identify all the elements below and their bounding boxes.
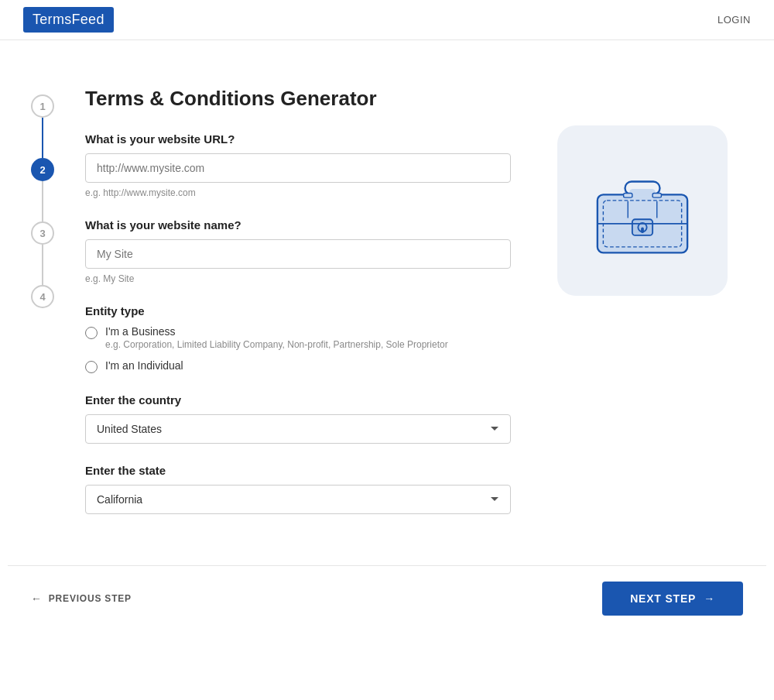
entity-business-radio[interactable] (85, 327, 98, 339)
entity-business-hint: e.g. Corporation, Limited Liability Comp… (105, 339, 448, 350)
svg-rect-8 (641, 228, 644, 234)
country-section: Enter the country United States Canada U… (85, 393, 511, 444)
country-label: Enter the country (85, 393, 511, 407)
logo-text: TermsFeed (33, 12, 104, 27)
page-title: Terms & Conditions Generator (85, 87, 511, 111)
step-line-2-3 (42, 181, 43, 221)
entity-section: Entity type I'm a Business e.g. Corporat… (85, 304, 511, 373)
url-hint: e.g. http://www.mysite.com (85, 187, 511, 198)
logo-terms: Terms (33, 12, 72, 27)
entity-radio-group: I'm a Business e.g. Corporation, Limited… (85, 325, 511, 373)
entity-individual-radio[interactable] (85, 361, 98, 373)
name-input[interactable] (85, 239, 511, 269)
name-section: What is your website name? e.g. My Site (85, 218, 511, 284)
prev-arrow-icon: ← (31, 592, 43, 605)
svg-rect-3 (629, 189, 656, 196)
logo-feed: Feed (72, 12, 104, 27)
country-select[interactable]: United States Canada United Kingdom Aust… (85, 414, 511, 444)
step-4[interactable]: 4 (31, 285, 54, 308)
steps-sidebar: 1 2 3 4 (31, 87, 54, 534)
step-line-1-2 (42, 118, 43, 158)
url-label: What is your website URL? (85, 132, 511, 146)
svg-rect-4 (624, 194, 632, 198)
footer-actions: ← PREVIOUS STEP NEXT STEP → (8, 565, 766, 631)
name-hint: e.g. My Site (85, 273, 511, 284)
state-section: Enter the state California Texas New Yor… (85, 464, 511, 514)
step-1[interactable]: 1 (31, 94, 54, 118)
entity-individual-label: I'm an Individual (105, 359, 183, 372)
entity-business-label: I'm a Business (105, 325, 448, 338)
entity-business-text-block: I'm a Business e.g. Corporation, Limited… (105, 325, 448, 350)
main-container: 1 2 3 4 Terms & Conditions Generator Wha… (8, 87, 766, 534)
previous-step-button[interactable]: ← PREVIOUS STEP (31, 592, 132, 605)
header: TermsFeed LOGIN (0, 0, 774, 40)
entity-label: Entity type (85, 304, 511, 317)
login-link[interactable]: LOGIN (717, 14, 751, 26)
step-2[interactable]: 2 (31, 158, 54, 181)
step-3[interactable]: 3 (31, 221, 54, 245)
name-label: What is your website name? (85, 218, 511, 232)
state-select[interactable]: California Texas New York Florida Illino… (85, 485, 511, 514)
entity-individual-option[interactable]: I'm an Individual (85, 359, 511, 373)
next-step-button[interactable]: NEXT STEP → (602, 582, 743, 616)
prev-label: PREVIOUS STEP (49, 593, 132, 604)
state-label: Enter the state (85, 464, 511, 477)
illustration-background (557, 125, 728, 296)
next-label: NEXT STEP (630, 592, 696, 605)
content-area: Terms & Conditions Generator What is you… (85, 87, 511, 534)
step-line-3-4 (42, 245, 43, 285)
url-input[interactable] (85, 153, 511, 183)
logo[interactable]: TermsFeed (23, 7, 114, 33)
url-section: What is your website URL? e.g. http://ww… (85, 132, 511, 198)
svg-rect-5 (652, 194, 661, 198)
entity-business-option[interactable]: I'm a Business e.g. Corporation, Limited… (85, 325, 511, 350)
next-arrow-icon: → (704, 592, 715, 605)
briefcase-illustration (584, 153, 700, 269)
illustration-area (542, 87, 743, 534)
